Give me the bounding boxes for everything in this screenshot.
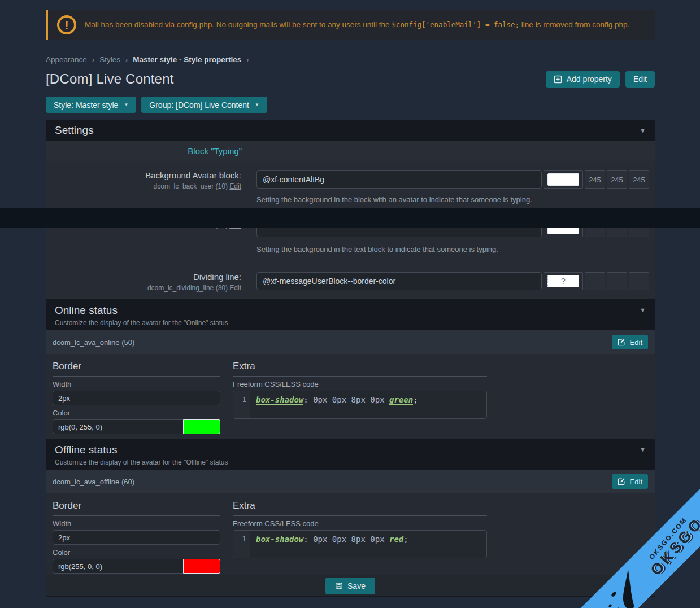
filter-row: Style: Master style ▼ Group: [DCom] Live… (46, 97, 655, 113)
pencil-square-icon (618, 478, 625, 485)
admin-content: Mail has been disabled via config.php. N… (46, 0, 655, 597)
page-title: [DCom] Live Content (46, 71, 174, 87)
property-label-cell: Background Avatar block: dcom_lc_back_us… (46, 161, 247, 213)
border-width-input[interactable]: 2px (53, 530, 220, 545)
css-code-editor[interactable]: 1 box-shadow: 0px 0px 8px 0px green; (233, 391, 487, 419)
save-button[interactable]: Save (325, 578, 375, 594)
warning-text-before: Mail has been disabled via config.php. N… (85, 20, 392, 29)
code-line: box-shadow: 0px 0px 8px 0px red; (250, 531, 414, 558)
border-color-group: rgb(0, 255, 0) (53, 419, 220, 434)
color-swatch-button[interactable] (544, 170, 583, 189)
border-color-swatch[interactable] (183, 419, 220, 434)
breadcrumb: Appearance › Styles › Master style - Sty… (46, 55, 655, 64)
breadcrumb-separator-icon: › (92, 55, 94, 64)
offline-status-header[interactable]: Offline status Customize the display of … (46, 439, 655, 470)
color-value-input[interactable]: @xf-messageUserBlock--border-color (256, 272, 542, 290)
settings-section-title: Settings (55, 124, 94, 137)
online-extra-column: Extra Freeform CSS/LESS code 1 box-shado… (233, 361, 487, 434)
border-color-swatch[interactable] (183, 559, 220, 574)
color-swatch (547, 173, 579, 186)
offline-property-row: dcom_lc_ava_offline (60) Edit (46, 470, 655, 493)
offline-details: Border Width 2px Color rgb(255, 0, 0) Ex… (46, 493, 655, 575)
border-color-input[interactable]: rgb(0, 255, 0) (53, 419, 184, 434)
online-status-header[interactable]: Online status Customize the display of t… (46, 299, 655, 330)
breadcrumb-appearance[interactable]: Appearance (46, 55, 87, 64)
floppy-disk-icon (335, 582, 343, 590)
code-token-values: 0px 0px 8px 0px (313, 535, 389, 544)
rgb-b-box[interactable]: 245 (629, 170, 649, 189)
css-code-editor[interactable]: 1 box-shadow: 0px 0px 8px 0px red; (233, 530, 487, 558)
code-token-keyword: red (389, 535, 403, 544)
style-dropdown[interactable]: Style: Master style ▼ (46, 97, 136, 113)
offline-edit-label: Edit (630, 478, 642, 486)
block-typing-label: Block "Typing" (46, 146, 242, 156)
offline-extra-column: Extra Freeform CSS/LESS code 1 box-shado… (233, 500, 487, 574)
style-properties-panel: Settings ▼ Block "Typing" Background Ava… (46, 120, 655, 597)
color-input-row: @xf-contentAltBg 245 245 245 (256, 170, 649, 189)
chevron-down-icon[interactable]: ▼ (640, 307, 646, 313)
add-property-label: Add property (567, 75, 612, 84)
online-edit-button[interactable]: Edit (612, 335, 648, 349)
caret-down-icon: ▼ (255, 102, 259, 107)
warning-code-snippet: $config['enableMail'] = false; (392, 20, 519, 29)
rgb-b-box[interactable] (629, 272, 649, 290)
add-property-button[interactable]: Add property (546, 71, 620, 88)
border-color-input[interactable]: rgb(255, 0, 0) (53, 559, 184, 574)
property-meta: dcom_lc_back_user (10) Edit (51, 182, 241, 190)
breadcrumb-styles[interactable]: Styles (99, 55, 120, 64)
property-edit-link[interactable]: Edit (229, 182, 241, 190)
code-token-keyword: green (389, 395, 413, 405)
code-token-sep: : (303, 535, 313, 544)
code-line: box-shadow: 0px 0px 8px 0px green; (250, 391, 424, 418)
rgb-r-box[interactable] (585, 272, 605, 290)
breadcrumb-separator-icon: › (246, 55, 249, 64)
warning-text: Mail has been disabled via config.php. N… (85, 19, 629, 31)
save-button-label: Save (347, 581, 366, 590)
color-value-input[interactable]: @xf-contentAltBg (256, 170, 542, 189)
property-edit-link[interactable]: Edit (229, 284, 241, 292)
edit-button[interactable]: Edit (625, 71, 655, 88)
freeform-css-label: Freeform CSS/LESS code (233, 519, 487, 528)
property-value-cell: @xf-messageUserBlock--border-color ? (247, 263, 655, 299)
property-label-cell: Dividing line: dcom_lc_dividing_line (30… (46, 263, 247, 299)
border-heading: Border (53, 361, 220, 377)
chevron-down-icon[interactable]: ▼ (640, 127, 646, 134)
code-token-property: box-shadow (256, 535, 303, 544)
property-value-cell: @xf-contentAltBg 245 245 245 Setting the… (247, 161, 655, 213)
width-label: Width (53, 519, 220, 528)
color-label: Color (53, 548, 220, 557)
online-property-id: dcom_lc_ava_online (50) (53, 338, 134, 347)
property-label: Background Avatar block: (51, 170, 241, 180)
settings-section-header[interactable]: Settings ▼ (46, 120, 655, 141)
property-id: dcom_lc_dividing_line (30) (147, 284, 228, 292)
width-label: Width (53, 380, 220, 388)
property-row-back-user: Background Avatar block: dcom_lc_back_us… (46, 161, 655, 213)
freeform-css-label: Freeform CSS/LESS code (233, 380, 487, 388)
warning-icon (57, 15, 76, 34)
breadcrumb-current[interactable]: Master style - Style properties (133, 55, 241, 64)
property-row-dividing-line: Dividing line: dcom_lc_dividing_line (30… (46, 263, 655, 299)
online-details: Border Width 2px Color rgb(0, 255, 0) Ex… (46, 354, 655, 439)
code-token-end: ; (403, 535, 408, 544)
header-actions: Add property Edit (546, 71, 655, 88)
code-token-end: ; (413, 395, 418, 404)
offline-edit-button[interactable]: Edit (612, 474, 648, 489)
rgb-g-box[interactable] (607, 272, 627, 290)
rgb-r-box[interactable]: 245 (585, 170, 605, 189)
group-dropdown[interactable]: Group: [DCom] Live Content ▼ (141, 97, 267, 113)
border-width-input[interactable]: 2px (53, 391, 220, 405)
border-heading: Border (53, 500, 220, 516)
offline-border-column: Border Width 2px Color rgb(255, 0, 0) (53, 500, 220, 574)
chevron-down-icon[interactable]: ▼ (640, 446, 646, 453)
property-id: dcom_lc_back_user (10) (154, 182, 228, 190)
property-label: Dividing line: (51, 272, 241, 282)
code-token-property: box-shadow (256, 395, 303, 405)
pencil-square-icon (618, 338, 625, 346)
online-property-row: dcom_lc_ava_online (50) Edit (46, 330, 655, 354)
color-swatch-button[interactable]: ? (544, 272, 583, 290)
plus-square-icon (554, 75, 562, 84)
style-dropdown-label: Style: Master style (54, 100, 118, 110)
online-edit-label: Edit (630, 338, 642, 347)
code-token-values: 0px 0px 8px 0px (313, 395, 389, 404)
rgb-g-box[interactable]: 245 (607, 170, 627, 189)
